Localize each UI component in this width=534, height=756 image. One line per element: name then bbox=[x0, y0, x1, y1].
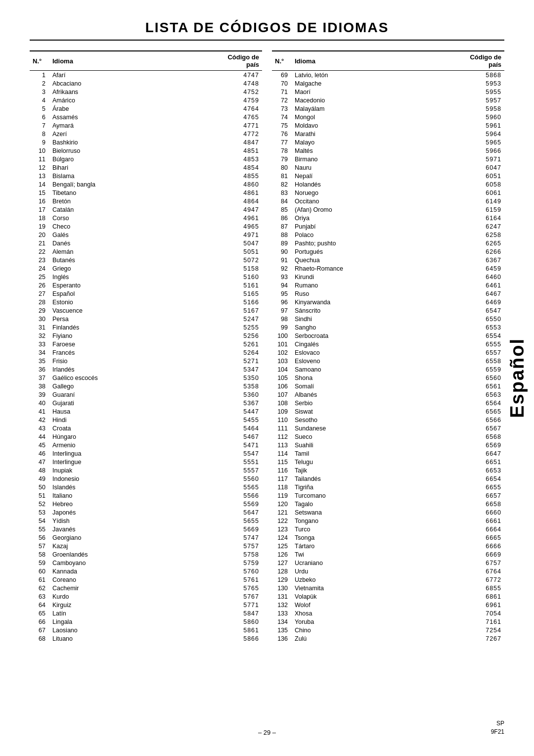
table-row: 110 Sesotho 6566 bbox=[272, 416, 504, 424]
row-idioma: Butanés bbox=[49, 256, 213, 264]
table-row: 112 Sueco 6568 bbox=[272, 432, 504, 441]
row-num: 117 bbox=[272, 474, 292, 483]
row-idioma: Inglés bbox=[49, 273, 213, 281]
row-idioma: Interlingua bbox=[49, 449, 213, 458]
row-idioma: Polaco bbox=[292, 231, 455, 239]
row-code: 6159 bbox=[455, 205, 504, 214]
row-code: 6657 bbox=[455, 491, 504, 500]
sp-reference: SP9F21 bbox=[491, 719, 504, 736]
row-code: 5261 bbox=[213, 340, 262, 348]
row-num: 104 bbox=[272, 365, 292, 374]
table-row: 83 Noruego 6061 bbox=[272, 189, 504, 197]
row-num: 116 bbox=[272, 466, 292, 474]
row-code: 6655 bbox=[455, 483, 504, 491]
row-num: 29 bbox=[30, 306, 49, 315]
left-table-section: N.° Idioma Código de país 1 Afarí 4747 2… bbox=[30, 50, 262, 643]
row-code: 5866 bbox=[213, 634, 262, 643]
row-num: 75 bbox=[272, 121, 292, 130]
row-num: 125 bbox=[272, 542, 292, 550]
row-num: 28 bbox=[30, 298, 49, 306]
row-idioma: Kinyarwanda bbox=[292, 298, 455, 306]
row-num: 61 bbox=[30, 575, 49, 584]
row-idioma: Frisio bbox=[49, 357, 213, 365]
row-idioma: Samoano bbox=[292, 365, 455, 374]
table-row: 51 Italiano 5566 bbox=[30, 491, 262, 500]
row-idioma: Interlingue bbox=[49, 458, 213, 466]
row-num: 103 bbox=[272, 357, 292, 365]
page: LISTA DE CÓDIGOS DE IDIOMAS Español N.° … bbox=[0, 0, 534, 756]
row-num: 69 bbox=[272, 71, 292, 80]
row-idioma: Gallego bbox=[49, 382, 213, 390]
row-idioma: Indonesio bbox=[49, 474, 213, 483]
row-idioma: Esloveno bbox=[292, 357, 455, 365]
row-num: 80 bbox=[272, 163, 292, 172]
row-code: 5255 bbox=[213, 323, 262, 331]
row-num: 50 bbox=[30, 483, 49, 491]
table-row: 50 Islandés 5565 bbox=[30, 483, 262, 491]
table-row: 108 Serbio 6564 bbox=[272, 399, 504, 407]
row-code: 7161 bbox=[455, 617, 504, 626]
row-num: 25 bbox=[30, 273, 49, 281]
row-idioma: Fiyiano bbox=[49, 331, 213, 340]
title-underline bbox=[30, 40, 504, 41]
row-idioma: Portugués bbox=[292, 247, 455, 256]
table-row: 12 Bihari 4854 bbox=[30, 163, 262, 172]
row-idioma: Malayo bbox=[292, 138, 455, 146]
row-idioma: (Afan) Oromo bbox=[292, 205, 455, 214]
table-row: 100 Serbocroata 6554 bbox=[272, 331, 504, 340]
row-num: 2 bbox=[30, 79, 49, 88]
row-num: 128 bbox=[272, 567, 292, 575]
row-code: 6149 bbox=[455, 197, 504, 205]
table-row: 16 Bretón 4864 bbox=[30, 197, 262, 205]
row-num: 1 bbox=[30, 71, 49, 80]
row-code: 6961 bbox=[455, 601, 504, 609]
table-row: 82 Holandés 6058 bbox=[272, 180, 504, 189]
row-idioma: Bengalí; bangla bbox=[49, 180, 213, 189]
table-row: 72 Macedonio 5957 bbox=[272, 96, 504, 104]
row-code: 5264 bbox=[213, 348, 262, 357]
row-code: 5047 bbox=[213, 239, 262, 247]
row-code: 6764 bbox=[455, 567, 504, 575]
table-row: 40 Gujarati 5367 bbox=[30, 399, 262, 407]
row-num: 118 bbox=[272, 483, 292, 491]
row-idioma: Maorí bbox=[292, 88, 455, 96]
row-code: 5957 bbox=[455, 96, 504, 104]
row-num: 57 bbox=[30, 542, 49, 550]
row-num: 123 bbox=[272, 525, 292, 533]
table-row: 113 Suahili 6569 bbox=[272, 441, 504, 449]
row-idioma: Zulú bbox=[292, 634, 455, 643]
row-idioma: Turco bbox=[292, 525, 455, 533]
row-code: 6061 bbox=[455, 189, 504, 197]
row-code: 6569 bbox=[455, 441, 504, 449]
row-code: 6557 bbox=[455, 348, 504, 357]
table-row: 64 Kirguiz 5771 bbox=[30, 601, 262, 609]
table-row: 23 Butanés 5072 bbox=[30, 256, 262, 264]
page-title: LISTA DE CÓDIGOS DE IDIOMAS bbox=[30, 20, 504, 36]
row-code: 5072 bbox=[213, 256, 262, 264]
table-row: 7 Aymará 4771 bbox=[30, 121, 262, 130]
row-num: 122 bbox=[272, 517, 292, 525]
row-num: 53 bbox=[30, 508, 49, 517]
row-num: 78 bbox=[272, 146, 292, 155]
row-code: 4861 bbox=[213, 189, 262, 197]
table-row: 44 Húngaro 5467 bbox=[30, 432, 262, 441]
table-row: 14 Bengalí; bangla 4860 bbox=[30, 180, 262, 189]
row-num: 108 bbox=[272, 399, 292, 407]
row-idioma: Armenio bbox=[49, 441, 213, 449]
row-code: 6561 bbox=[455, 382, 504, 390]
row-idioma: Chino bbox=[292, 626, 455, 634]
row-code: 5358 bbox=[213, 382, 262, 390]
row-idioma: Corso bbox=[49, 214, 213, 222]
row-num: 66 bbox=[30, 617, 49, 626]
row-num: 48 bbox=[30, 466, 49, 474]
row-num: 127 bbox=[272, 559, 292, 567]
row-idioma: Estonio bbox=[49, 298, 213, 306]
table-row: 36 Irlandés 5347 bbox=[30, 365, 262, 374]
row-code: 6772 bbox=[455, 575, 504, 584]
row-code: 6647 bbox=[455, 449, 504, 458]
row-num: 21 bbox=[30, 239, 49, 247]
page-number: – 29 – bbox=[258, 729, 276, 736]
row-num: 109 bbox=[272, 407, 292, 416]
table-row: 28 Estonio 5166 bbox=[30, 298, 262, 306]
row-code: 4854 bbox=[213, 163, 262, 172]
